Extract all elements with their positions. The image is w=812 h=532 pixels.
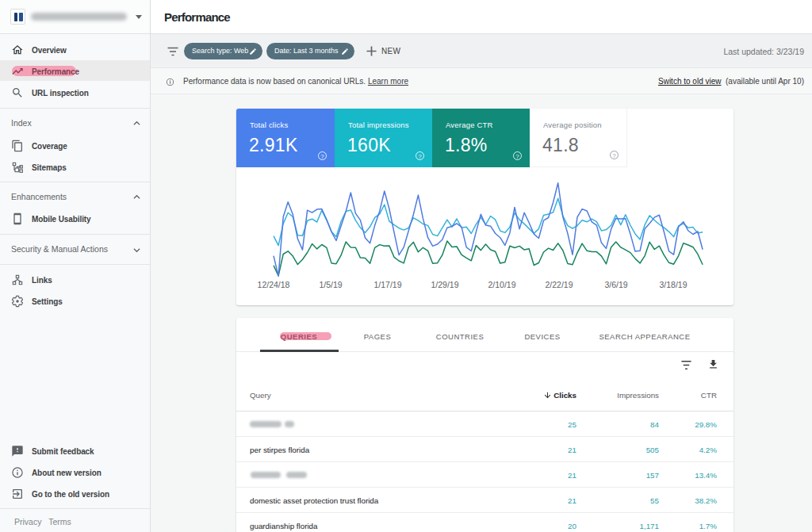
svg-text:12/24/18: 12/24/18 <box>258 280 290 289</box>
svg-text:2/22/19: 2/22/19 <box>545 280 573 289</box>
svg-text:2/10/19: 2/10/19 <box>488 280 515 289</box>
svg-text:3/18/19: 3/18/19 <box>659 280 687 289</box>
svg-text:1/5/19: 1/5/19 <box>319 280 342 289</box>
svg-text:1/29/19: 1/29/19 <box>431 280 458 289</box>
svg-text:3/6/19: 3/6/19 <box>604 280 627 289</box>
svg-text:1/17/19: 1/17/19 <box>373 280 401 289</box>
